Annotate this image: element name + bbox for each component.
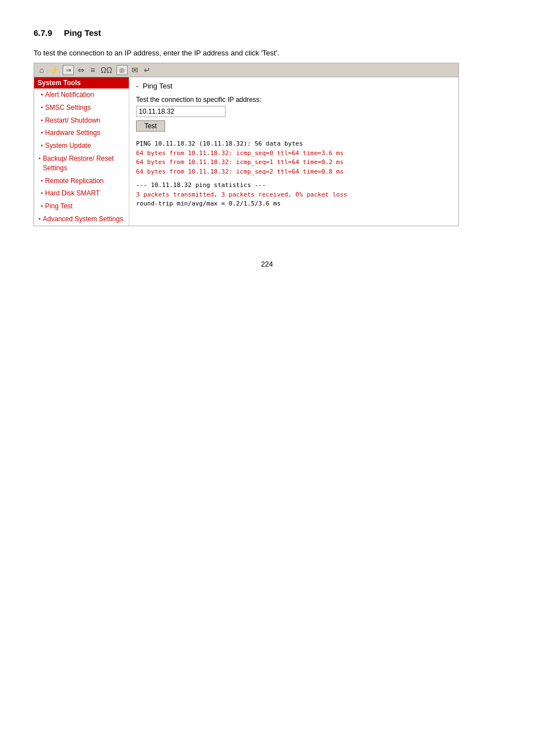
monitor-arrow-icon[interactable]: ⇒ xyxy=(63,65,74,75)
stats-line-2: round-trip min/avg/max = 0.2/1.5/3.6 ms xyxy=(136,199,452,209)
equals-icon[interactable]: ≡ xyxy=(88,65,96,75)
sidebar-item-remote-replication[interactable]: Remote Replication xyxy=(34,175,129,188)
arrow-right-box-icon[interactable]: ↵ xyxy=(142,65,152,75)
section-number: 6.7.9 xyxy=(34,28,52,38)
panel-title-dash: - xyxy=(136,82,138,90)
sidebar-item-alert-notification[interactable]: Alert Notification xyxy=(34,88,129,101)
sidebar-item-label: Hard Disk SMART xyxy=(45,189,100,198)
sidebar-item-label: Remote Replication xyxy=(45,176,104,186)
sidebar: System Tools Alert Notification SMSC Set… xyxy=(34,77,129,226)
ip-address-input[interactable] xyxy=(136,106,226,117)
sidebar-item-label: Advanced System Settings xyxy=(43,214,123,224)
output-line-4: 64 bytes from 10.11.18.32: icmp_seq=2 tt… xyxy=(136,167,452,177)
section-title: Ping Test xyxy=(64,28,101,38)
connection-label: Test the connection to specific IP addre… xyxy=(136,96,452,104)
output-line-3: 64 bytes from 10.11.18.32: icmp_seq=1 tt… xyxy=(136,158,452,167)
sidebar-item-advanced-system[interactable]: Advanced System Settings xyxy=(34,213,129,226)
browser-content: System Tools Alert Notification SMSC Set… xyxy=(34,77,458,226)
sidebar-item-label: Restart/ Shutdown xyxy=(45,116,101,125)
circle-target-icon[interactable]: ◎ xyxy=(116,65,128,75)
lightning-icon[interactable]: ⚡ xyxy=(48,65,60,75)
sidebar-item-ping-test[interactable]: Ping Test xyxy=(34,200,129,213)
sidebar-item-label: SMSC Settings xyxy=(45,103,91,113)
output-line-2: 64 bytes from 10.11.18.32: icmp_seq=0 tt… xyxy=(136,149,452,158)
sidebar-item-system-update[interactable]: System Update xyxy=(34,139,129,152)
intro-text: To test the connection to an IP address,… xyxy=(34,49,500,57)
panel-title: - Ping Test xyxy=(136,82,452,90)
sidebar-item-hardware-settings[interactable]: Hardware Settings xyxy=(34,127,129,139)
browser-frame: ⌂ ⚡ ⇒ ⇔ ≡ ΩΩ ◎ ✉ ↵ System Tools Alert No… xyxy=(34,63,459,226)
sidebar-item-label: Ping Test xyxy=(45,202,73,211)
section-heading: 6.7.9 Ping Test xyxy=(34,28,500,38)
output-area: PING 10.11.18.32 (10.11.18.32): 56 data … xyxy=(136,139,452,176)
person-person-icon[interactable]: ΩΩ xyxy=(99,65,114,75)
sidebar-item-label: Backup/ Restore/ Reset Settings xyxy=(43,154,125,173)
test-button[interactable]: Test xyxy=(136,120,165,132)
output-stats: --- 10.11.18.32 ping statistics --- 3 pa… xyxy=(136,181,452,209)
sidebar-item-label: System Update xyxy=(45,141,91,151)
sidebar-section-title: System Tools xyxy=(34,77,129,88)
output-line-1: PING 10.11.18.32 (10.11.18.32): 56 data … xyxy=(136,139,452,149)
sidebar-item-restart-shutdown[interactable]: Restart/ Shutdown xyxy=(34,114,129,127)
envelope-icon[interactable]: ✉ xyxy=(130,65,140,75)
arrow-left-right-icon[interactable]: ⇔ xyxy=(76,65,86,75)
sidebar-item-label: Hardware Settings xyxy=(45,128,101,138)
stats-line-1: 3 packets transmitted, 3 packets receive… xyxy=(136,190,452,200)
sidebar-item-backup-restore[interactable]: Backup/ Restore/ Reset Settings xyxy=(34,152,129,175)
home-icon[interactable]: ⌂ xyxy=(38,65,45,75)
page-number: 224 xyxy=(34,260,500,268)
sidebar-item-smsc-settings[interactable]: SMSC Settings xyxy=(34,101,129,114)
sidebar-item-label: Alert Notification xyxy=(45,90,94,100)
main-panel: - Ping Test Test the connection to speci… xyxy=(129,77,458,226)
stats-header: --- 10.11.18.32 ping statistics --- xyxy=(136,181,452,190)
panel-title-text: Ping Test xyxy=(143,82,172,90)
sidebar-item-hard-disk-smart[interactable]: Hard Disk SMART xyxy=(34,187,129,200)
browser-toolbar: ⌂ ⚡ ⇒ ⇔ ≡ ΩΩ ◎ ✉ ↵ xyxy=(34,63,458,77)
